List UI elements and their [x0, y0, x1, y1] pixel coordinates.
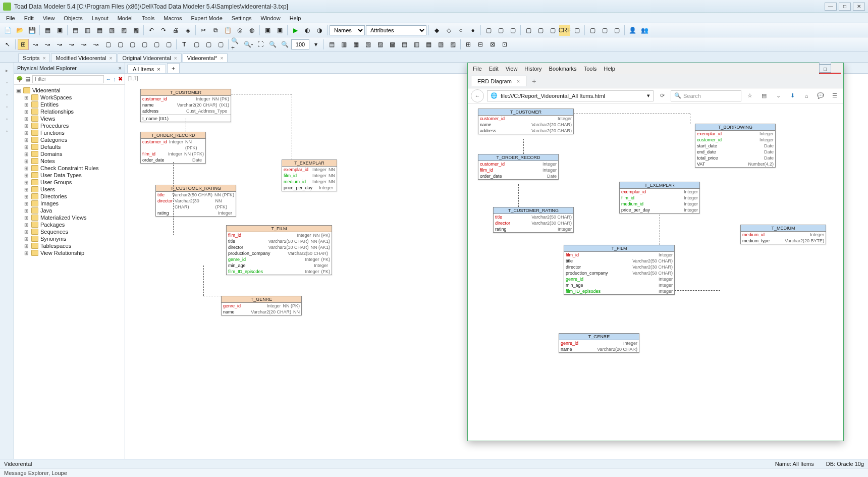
tool-icon[interactable]: ↝ — [78, 39, 89, 50]
clear-icon[interactable]: ✖ — [118, 76, 123, 82]
close-icon[interactable]: × — [157, 66, 160, 72]
tree-node[interactable]: ⊞Check Constraint Rules — [15, 165, 124, 172]
zoom-step-icon[interactable]: ▾ — [310, 39, 321, 50]
entity-T_ORDER_RECORD[interactable]: T_ORDER_RECORDcustomer_idIntegerfilm_idI… — [478, 154, 559, 180]
download-icon[interactable]: ⬇ — [787, 90, 798, 101]
tab-add[interactable]: ＋ — [167, 63, 180, 73]
tool-icon[interactable]: ◐ — [302, 25, 313, 36]
align-icon[interactable]: ▤ — [399, 39, 410, 50]
menu-window[interactable]: Window — [257, 14, 285, 22]
tool-icon[interactable]: ● — [467, 25, 478, 36]
tree-node[interactable]: ⊞User Data Types — [15, 172, 124, 179]
entity-T_EXEMPLAR[interactable]: T_EXEMPLARexemplar_idIntegerNNfilm_idInt… — [282, 160, 337, 191]
entity-T_GENRE[interactable]: T_GENREgenre_idIntegerNN (PK)nameVarchar… — [221, 296, 302, 315]
tree-node[interactable]: ⊞Functions — [15, 129, 124, 136]
tree-node[interactable]: ⊞Domains — [15, 150, 124, 157]
close-icon[interactable]: × — [110, 56, 113, 61]
menu-layout[interactable]: Layout — [88, 14, 113, 22]
tool-icon[interactable]: ▥ — [82, 25, 93, 36]
tree-node[interactable]: ⊞Procedures — [15, 122, 124, 129]
menu-icon[interactable]: ☰ — [829, 90, 840, 101]
browser-menu-item[interactable]: Bookmarks — [546, 65, 580, 73]
tool-icon[interactable]: ▢ — [547, 25, 558, 36]
attributes-combo[interactable]: Attributes — [366, 25, 426, 35]
chat-icon[interactable]: 💬 — [815, 90, 826, 101]
gutter-icon[interactable]: ◦ — [3, 102, 12, 111]
tool-icon[interactable]: ▣ — [274, 25, 285, 36]
tool-icon[interactable]: ▢ — [599, 25, 610, 36]
grid-icon[interactable]: ⊞ — [463, 39, 474, 50]
tree-node[interactable]: ⊞Synonyms — [15, 235, 124, 242]
browser-menu-item[interactable]: Help — [601, 65, 618, 73]
tool-icon[interactable]: CRF — [559, 25, 570, 36]
align-icon[interactable]: ▧ — [362, 39, 373, 50]
tree[interactable]: ▣Videorental⊞WorkSpaces⊞Entities⊞Relatio… — [14, 85, 125, 470]
close-button[interactable]: ✕ — [853, 3, 865, 11]
copy-icon[interactable]: ⧉ — [210, 25, 221, 36]
menu-file[interactable]: File — [2, 14, 19, 22]
close-icon[interactable]: × — [174, 56, 177, 61]
tree-node[interactable]: ⊞Views — [15, 115, 124, 122]
browser-search[interactable]: 🔍Search — [671, 90, 741, 101]
tool-icon[interactable]: ▧ — [106, 25, 117, 36]
new-tab-button[interactable]: + — [528, 76, 539, 87]
tool-icon[interactable]: ▢ — [535, 25, 546, 36]
back-button[interactable]: ← — [471, 89, 484, 102]
align-icon[interactable]: ▨ — [447, 39, 458, 50]
zoom-in-icon[interactable]: 🔍+ — [231, 39, 242, 50]
zoom-input[interactable] — [291, 39, 309, 49]
tree-node[interactable]: ⊞Defaults — [15, 143, 124, 150]
browser-menu-item[interactable]: File — [470, 65, 485, 73]
gutter-icon[interactable]: ◦ — [3, 114, 12, 123]
gutter-icon[interactable]: ◦ — [3, 78, 12, 87]
tool-icon[interactable]: ▢ — [102, 39, 114, 50]
url-field[interactable]: 🌐file:///C:/Report_Videorental_All Items… — [487, 90, 654, 101]
browser-menu-item[interactable]: History — [521, 65, 545, 73]
entity-T_EXEMPLAR[interactable]: T_EXEMPLARexemplar_idIntegerfilm_idInteg… — [619, 182, 700, 214]
menu-help[interactable]: Help — [286, 14, 305, 22]
tool-icon[interactable]: ⊞ — [18, 39, 29, 50]
align-icon[interactable]: ▩ — [387, 39, 398, 50]
home-icon[interactable]: ⌂ — [801, 90, 812, 101]
tree-node[interactable]: ⊞Tablespaces — [15, 242, 124, 249]
tool-icon[interactable]: ▢ — [611, 25, 622, 36]
tool-icon[interactable]: ◆ — [431, 25, 442, 36]
tree-node[interactable]: ⊞Images — [15, 200, 124, 207]
pointer-icon[interactable]: ↖ — [2, 39, 13, 50]
tree-node[interactable]: ⊞Categories — [15, 136, 124, 143]
entity-T_CUSTOMER[interactable]: T_CUSTOMERcustomer_idIntegernameVarchar2… — [478, 109, 574, 134]
align-icon[interactable]: ▦ — [423, 39, 434, 50]
tool-icon[interactable]: ▢ — [163, 39, 174, 50]
tool-icon[interactable]: ▢ — [215, 39, 226, 50]
tree-node[interactable]: ⊞Materialized Views — [15, 214, 124, 221]
tool-icon[interactable]: ◈ — [182, 25, 193, 36]
menu-objects[interactable]: Objects — [60, 14, 86, 22]
grid-icon[interactable]: ⊟ — [475, 39, 486, 50]
tool-icon[interactable]: ▣ — [54, 25, 65, 36]
close-icon[interactable]: × — [517, 78, 520, 84]
tool-icon[interactable]: ↝ — [90, 39, 101, 50]
tool-icon[interactable]: ▢ — [151, 39, 162, 50]
filter-icon[interactable]: ▤ — [25, 76, 30, 82]
align-icon[interactable]: ▥ — [338, 39, 349, 50]
tool-icon[interactable]: ▨ — [118, 25, 129, 36]
entity-T_CUSTOMER_RATING[interactable]: T_CUSTOMER_RATINGtitleVarchar2(50 CHAR)N… — [155, 185, 236, 217]
browser-maximize-button[interactable]: □ — [819, 65, 831, 73]
tool-icon[interactable]: ↝ — [42, 39, 53, 50]
doc-tab[interactable]: Original Videorental× — [118, 54, 181, 62]
doc-tab[interactable]: Videorental*× — [183, 54, 228, 62]
zoom-fit-icon[interactable]: ⛶ — [255, 39, 266, 50]
filter-input[interactable] — [32, 75, 104, 83]
menu-model[interactable]: Model — [114, 14, 137, 22]
entity-T_ORDER_RECORD[interactable]: T_ORDER_RECORDcustomer_idIntegerNN (PFK)… — [140, 132, 206, 164]
tool-icon[interactable]: ◇ — [443, 25, 454, 36]
arrow-left-icon[interactable]: ← — [106, 76, 112, 82]
new-icon[interactable]: 📄 — [2, 25, 13, 36]
entity-T_GENRE[interactable]: T_GENREgenre_idIntegernameVarchar2(20 CH… — [559, 333, 639, 353]
close-icon[interactable]: × — [43, 56, 46, 61]
user-icon[interactable]: 👤 — [627, 25, 638, 36]
align-icon[interactable]: ▧ — [435, 39, 446, 50]
tool-icon[interactable]: ▢ — [523, 25, 534, 36]
grid-icon[interactable]: ⊠ — [487, 39, 498, 50]
tree-node[interactable]: ⊞Packages — [15, 221, 124, 228]
